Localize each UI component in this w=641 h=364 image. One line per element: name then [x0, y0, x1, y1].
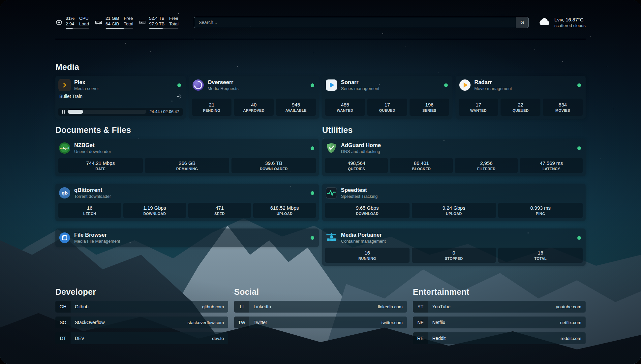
stat-tile: 196SERIES: [410, 99, 449, 116]
stat-label: PING: [536, 212, 545, 216]
bookmark-netflix[interactable]: NF Netflix netflix.com: [413, 317, 586, 328]
search-bar[interactable]: G: [194, 17, 529, 28]
status-dot-online: [311, 146, 314, 150]
stat-value: 485: [341, 102, 349, 107]
bookmark-name: Netflix: [428, 317, 445, 328]
bookmark-name: LinkedIn: [249, 301, 271, 313]
stat-value: 0: [452, 250, 455, 256]
status-dot-online: [444, 83, 448, 87]
stat-label: FILTERED: [477, 167, 496, 171]
playback-progress-fill: [68, 110, 83, 114]
stat-tile: 2,956FILTERED: [455, 158, 518, 173]
bookmark-twitter[interactable]: TW Twitter twitter.com: [234, 317, 407, 328]
dashboard-screen: 31% 2.94 CPU Load: [0, 0, 641, 364]
service-subtitle: Media server: [74, 86, 99, 91]
stat-label: LATENCY: [542, 167, 560, 171]
memory-total-label: Total: [124, 21, 133, 27]
stat-label: RUNNING: [358, 257, 376, 260]
search-input[interactable]: [194, 17, 529, 28]
status-dot-online: [311, 83, 314, 87]
bookmark-name: YouTube: [428, 301, 450, 313]
filebrowser-icon: [58, 231, 71, 244]
service-card-speedtest[interactable]: Speedtest Speedtest Tracking 9.65 GbpsDO…: [322, 184, 586, 221]
svg-text:qb: qb: [62, 191, 68, 196]
bookmark-github[interactable]: GH Github github.com: [55, 301, 228, 313]
cpu-icon: [55, 19, 63, 26]
bookmark-youtube[interactable]: YT YouTube youtube.com: [413, 301, 586, 313]
bookmark-url: netflix.com: [560, 317, 586, 328]
stat-tile: 16RUNNING: [325, 248, 410, 263]
service-name: AdGuard Home: [341, 142, 381, 148]
topbar-divider: [55, 39, 586, 39]
service-subtitle: Speedtest Tracking: [341, 194, 378, 199]
memory-total-value: 64 GiB: [106, 21, 119, 27]
stat-label: UPLOAD: [277, 212, 292, 216]
stat-tile: 0.993 msPING: [498, 203, 583, 218]
bookmark-name: Github: [71, 301, 88, 313]
playback-progress-track[interactable]: [68, 110, 146, 114]
bookmark-url: github.com: [202, 301, 228, 313]
stat-value: 1.19 Gbps: [143, 205, 166, 211]
bookmark-reddit[interactable]: RE Reddit reddit.com: [413, 332, 586, 344]
service-card-sonarr[interactable]: Sonarr Series management 485WANTED 17QUE…: [322, 76, 452, 119]
section-title-developer: Developer: [55, 287, 228, 297]
service-card-filebrowser[interactable]: File Browser Media File Management: [55, 228, 319, 247]
stat-value: 9.65 Gbps: [356, 205, 379, 211]
bookmark-dev[interactable]: DT DEV dev.to: [55, 332, 228, 344]
stat-label: AVAILABLE: [285, 108, 306, 112]
service-name: Radarr: [474, 79, 512, 85]
service-card-adguard[interactable]: AdGuard Home DNS and adblocking 498,564Q…: [322, 139, 586, 176]
weather-location: Lviv, 16.87°C: [554, 17, 586, 22]
stat-value: 945: [292, 102, 300, 107]
disk-free-value: 52.4 TB: [149, 15, 165, 21]
gear-icon[interactable]: [177, 94, 182, 99]
qbittorrent-icon: qb: [58, 187, 71, 199]
stat-tile: 945AVAILABLE: [276, 99, 316, 116]
stat-label: DOWNLOAD: [143, 212, 166, 216]
bookmark-abbr: RE: [413, 332, 428, 344]
service-subtitle: Media Requests: [208, 86, 239, 91]
bookmark-abbr: GH: [55, 301, 71, 313]
speedtest-icon: [325, 187, 338, 199]
memory-free-label: Free: [124, 15, 133, 21]
playback-time: 24:44 / 02:06:47: [149, 109, 179, 114]
service-subtitle: Usenet downloader: [74, 149, 111, 154]
memory-usage-bar: [106, 28, 133, 29]
service-card-qbittorrent[interactable]: qb qBittorrent Torrent downloader 16LEEC…: [55, 184, 319, 221]
stat-label: DOWNLOAD: [356, 212, 379, 216]
service-card-nzbget[interactable]: nzbget NZBGet Usenet downloader 744.21 M…: [55, 139, 319, 176]
stat-label: QUEUED: [512, 108, 529, 112]
service-card-overseerr[interactable]: Overseerr Media Requests 21PENDING 40APP…: [189, 76, 319, 119]
stat-value: 9.24 Gbps: [443, 205, 465, 211]
stat-tile: 1.19 GbpsDOWNLOAD: [123, 203, 186, 218]
service-card-radarr[interactable]: Radarr Movie management 17WANTED 22QUEUE…: [456, 76, 586, 119]
service-card-plex[interactable]: Plex Media server Bullet Train: [55, 76, 186, 119]
search-provider-button[interactable]: G: [516, 17, 528, 28]
status-dot-online: [311, 191, 314, 195]
bright-stars: [0, 0, 1, 1]
stat-value: 16: [364, 250, 370, 256]
pause-icon[interactable]: [62, 110, 65, 114]
stat-value: 39.6 TB: [265, 160, 282, 166]
bookmark-url: reddit.com: [561, 332, 586, 344]
stat-label: QUERIES: [348, 167, 365, 171]
weather-widget: Lviv, 16.87°C scattered clouds: [538, 17, 586, 28]
stat-tile: 744.21 MbpsRATE: [58, 158, 143, 173]
stat-tile: 21PENDING: [192, 99, 232, 116]
bookmark-url: stackoverflow.com: [188, 317, 228, 328]
stat-tile: 40APPROVED: [234, 99, 274, 116]
portainer-icon: [325, 231, 338, 244]
stat-value: 86,401: [414, 160, 429, 166]
stat-label: WANTED: [337, 108, 353, 112]
bookmark-stackoverflow[interactable]: SO StackOverflow stackoverflow.com: [55, 317, 228, 328]
plex-player-bar[interactable]: 24:44 / 02:06:47: [58, 108, 183, 116]
service-card-portainer[interactable]: Media Portainer Container management 16R…: [322, 228, 586, 266]
stat-value: 471: [215, 205, 224, 211]
service-name: Overseerr: [208, 79, 239, 85]
status-dot-online: [177, 83, 181, 87]
bookmark-linkedin[interactable]: LI LinkedIn linkedin.com: [234, 301, 407, 313]
bookmark-abbr: YT: [413, 301, 428, 313]
memory-widget: 21 GiB 64 GiB Free Total: [95, 15, 133, 29]
disk-widget: 52.4 TB 97.9 TB Free Total: [139, 15, 179, 29]
section-title-utilities: Utilities: [322, 125, 586, 135]
